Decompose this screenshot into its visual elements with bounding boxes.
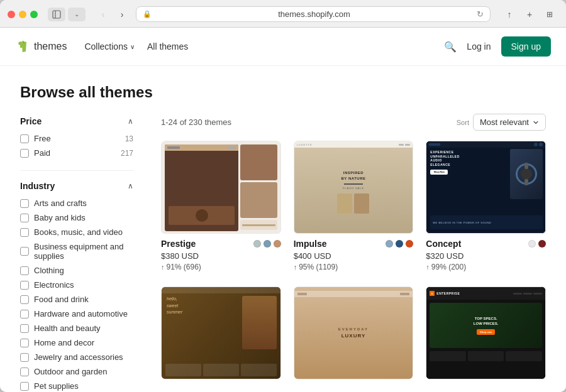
impulse-name: Impulse — [294, 239, 327, 249]
paid-label[interactable]: Paid — [20, 148, 50, 158]
industry-electronics: Electronics — [20, 278, 133, 292]
price-chevron-icon: ∧ — [128, 117, 133, 126]
row2-2-thumbnail: EVERYDAY LUXURY — [294, 286, 414, 379]
paid-count: 217 — [121, 149, 133, 158]
impulse-name-row: Impulse — [294, 239, 414, 249]
industry-pet: Pet supplies — [20, 379, 133, 392]
all-themes-link[interactable]: All themes — [147, 41, 188, 52]
concept-rating: ↑ 99% (200) — [426, 263, 546, 271]
lock-icon: 🔒 — [143, 10, 152, 18]
row2-3-thumbnail: E ENTERPRISE — [426, 286, 546, 379]
theme-card-row2-2[interactable]: EVERYDAY LUXURY — [294, 286, 414, 379]
chevron-down-btn[interactable]: ⌄ — [68, 8, 86, 21]
clothing-checkbox[interactable] — [20, 266, 29, 275]
impulse-thumbnail: LUXETTE INSPIREDBY NATURE — [294, 141, 414, 234]
impulse-info: Impulse $400 USD ↑ — [294, 234, 414, 274]
pet-checkbox[interactable] — [20, 382, 29, 391]
chevron-down-icon: ∨ — [130, 43, 135, 50]
color-dot-3 — [274, 240, 281, 248]
main-content: Browse all themes Price ∧ Free — [0, 66, 566, 392]
nav-links: Collections ∨ All themes — [84, 41, 444, 52]
theme-card-prestige[interactable]: Prestige $380 USD ↑ — [161, 141, 281, 274]
impulse-colors — [386, 240, 413, 248]
add-tab-button[interactable]: + — [521, 8, 538, 21]
prestige-name-row: Prestige — [161, 239, 281, 249]
app-content: themes Collections ∨ All themes 🔍 Log in… — [0, 28, 566, 392]
content-toolbar: 1-24 of 230 themes Sort Most relevant — [161, 111, 546, 131]
sort-label: Sort — [457, 119, 469, 126]
theme-card-row2-3[interactable]: E ENTERPRISE — [426, 286, 546, 379]
sort-chevron-icon — [533, 119, 539, 126]
industry-filter-header[interactable]: Industry ∧ — [20, 176, 133, 196]
rating-arrow-icon-2: ↑ — [294, 263, 297, 271]
prestige-info: Prestige $380 USD ↑ — [161, 234, 281, 274]
page-body: Price ∧ Free 13 — [0, 111, 566, 392]
free-count: 13 — [125, 134, 133, 143]
books-checkbox[interactable] — [20, 228, 29, 237]
share-button[interactable]: ↑ — [501, 8, 518, 21]
theme-card-row2-1[interactable]: hello,sweetsummer — [161, 286, 281, 379]
color-dot-6 — [406, 240, 413, 248]
electronics-checkbox[interactable] — [20, 281, 29, 290]
color-dot-8 — [538, 240, 546, 248]
nav-buttons: ‹ › — [94, 8, 131, 21]
price-filter-header[interactable]: Price ∧ — [20, 111, 133, 131]
themes-grid: Prestige $380 USD ↑ — [161, 141, 546, 379]
minimize-button[interactable] — [19, 11, 26, 18]
industry-hardware: Hardware and automotive — [20, 307, 133, 321]
theme-card-impulse[interactable]: LUXETTE INSPIREDBY NATURE — [294, 141, 414, 274]
page-header: Browse all themes — [0, 66, 566, 111]
concept-info: Concept $320 USD ↑ 99% (200) — [426, 234, 546, 274]
forward-button[interactable]: › — [113, 8, 131, 21]
traffic-lights — [8, 11, 38, 18]
search-icon[interactable]: 🔍 — [444, 41, 457, 53]
back-button[interactable]: ‹ — [94, 8, 112, 21]
price-filter-section: Price ∧ Free 13 — [20, 111, 133, 160]
rating-arrow-icon-3: ↑ — [426, 263, 430, 271]
rating-arrow-icon: ↑ — [161, 263, 165, 271]
free-label[interactable]: Free — [20, 134, 51, 143]
url-bar[interactable]: 🔒 themes.shopify.com ↻ — [136, 6, 491, 22]
theme-card-concept[interactable]: EXPERIENCEUNPARALLELEDAUDIOELEGANCE Shop… — [426, 141, 546, 274]
free-checkbox[interactable] — [20, 134, 29, 143]
url-text: themes.shopify.com — [155, 9, 473, 19]
color-dot-7 — [528, 240, 536, 248]
business-checkbox[interactable] — [20, 247, 29, 256]
reload-icon[interactable]: ↻ — [477, 9, 484, 19]
food-checkbox[interactable] — [20, 295, 29, 304]
paid-checkbox[interactable] — [20, 149, 29, 158]
jewelry-checkbox[interactable] — [20, 353, 29, 362]
price-filter-free: Free 13 — [20, 131, 133, 146]
close-button[interactable] — [8, 11, 15, 18]
prestige-rating: ↑ 91% (696) — [161, 263, 281, 271]
logo-text: themes — [34, 41, 67, 52]
outdoor-checkbox[interactable] — [20, 368, 29, 376]
industry-filter-title: Industry — [20, 181, 55, 191]
browser-chrome: ⌄ ‹ › 🔒 themes.shopify.com ↻ ↑ + ⊞ — [0, 0, 566, 28]
signup-button[interactable]: Sign up — [501, 36, 551, 57]
collections-link[interactable]: Collections ∨ — [84, 41, 134, 52]
sort-select[interactable]: Most relevant — [473, 114, 546, 131]
industry-outdoor: Outdoor and garden — [20, 364, 133, 379]
result-count: 1-24 of 230 themes — [161, 117, 231, 127]
industry-jewelry: Jewelry and accessories — [20, 350, 133, 364]
maximize-button[interactable] — [30, 11, 38, 18]
industry-arts: Arts and crafts — [20, 196, 133, 210]
prestige-colors — [253, 240, 281, 248]
baby-checkbox[interactable] — [20, 214, 29, 222]
home-checkbox[interactable] — [20, 339, 29, 347]
nav-logo[interactable]: themes — [15, 39, 67, 54]
concept-name-row: Concept — [426, 239, 546, 249]
hardware-checkbox[interactable] — [20, 310, 29, 318]
arts-checkbox[interactable] — [20, 199, 29, 208]
industry-filter-section: Industry ∧ Arts and crafts — [20, 176, 133, 392]
industry-baby: Baby and kids — [20, 210, 133, 225]
browser-actions: ↑ + ⊞ — [501, 8, 558, 21]
login-link[interactable]: Log in — [467, 41, 491, 52]
color-dot-1 — [253, 240, 261, 248]
sidebar-toggle-btn[interactable] — [48, 8, 65, 21]
tabs-button[interactable]: ⊞ — [541, 8, 558, 21]
sidebar: Price ∧ Free 13 — [20, 111, 146, 392]
health-checkbox[interactable] — [20, 324, 29, 333]
concept-price: $320 USD — [426, 251, 546, 261]
